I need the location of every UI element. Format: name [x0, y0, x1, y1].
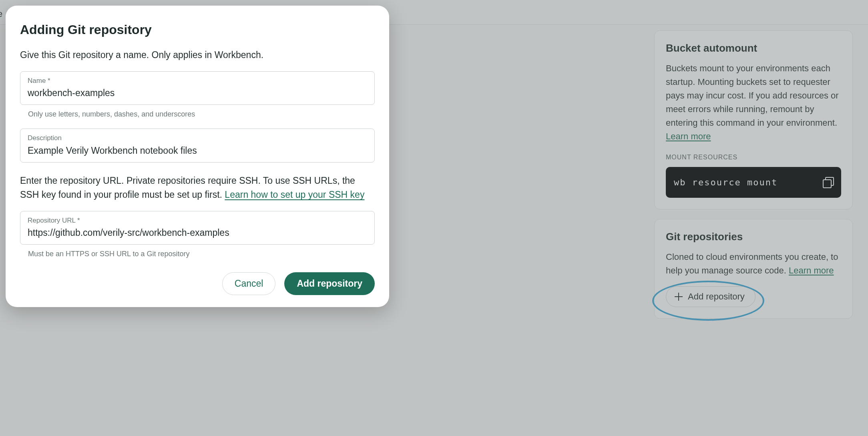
add-git-repo-modal: Adding Git repository Give this Git repo… — [6, 6, 389, 307]
url-section-text: Enter the repository URL. Private reposi… — [20, 174, 375, 202]
modal-lead: Give this Git repository a name. Only ap… — [20, 48, 375, 62]
description-field-label: Description — [28, 133, 367, 143]
description-field-wrapper[interactable]: Description — [20, 129, 375, 163]
ssh-setup-link[interactable]: Learn how to set up your SSH key — [225, 189, 364, 200]
add-repository-button[interactable]: Add repository — [284, 272, 375, 295]
url-field-wrapper[interactable]: Repository URL * — [20, 211, 375, 245]
name-field-label: Name * — [28, 76, 367, 86]
modal-title: Adding Git repository — [20, 20, 375, 39]
name-helper-text: Only use letters, numbers, dashes, and u… — [28, 109, 375, 120]
url-input[interactable] — [28, 227, 367, 238]
cancel-button[interactable]: Cancel — [222, 272, 276, 295]
url-helper-text: Must be an HTTPS or SSH URL to a Git rep… — [28, 249, 375, 259]
url-field-label: Repository URL * — [28, 215, 367, 226]
description-input[interactable] — [28, 145, 367, 156]
name-field-wrapper[interactable]: Name * — [20, 71, 375, 105]
name-input[interactable] — [28, 88, 367, 98]
modal-actions: Cancel Add repository — [20, 272, 375, 295]
